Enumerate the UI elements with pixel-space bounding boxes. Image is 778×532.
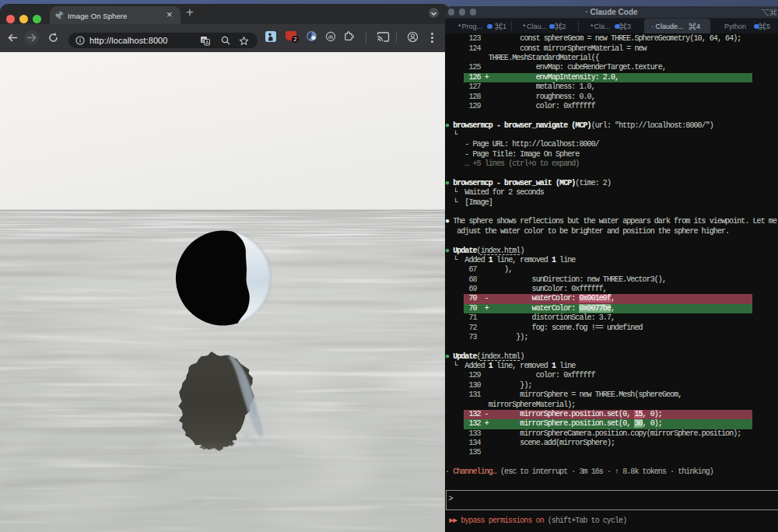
svg-text:A: A — [205, 39, 209, 44]
